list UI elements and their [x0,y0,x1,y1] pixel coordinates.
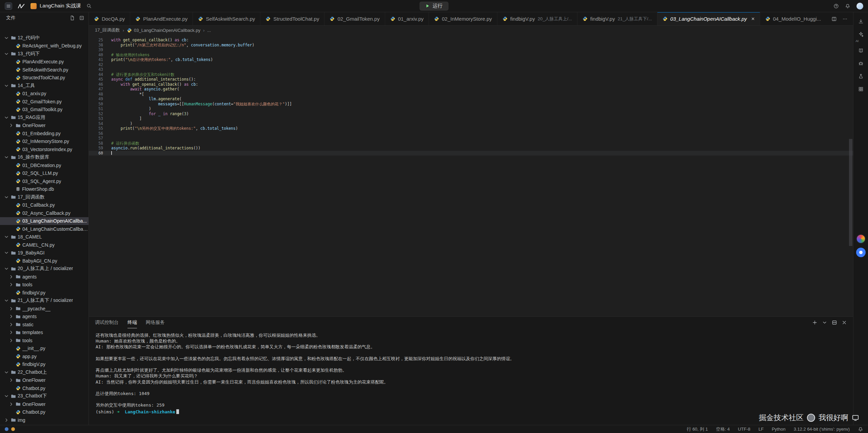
tree-item[interactable]: tools [0,281,88,289]
tree-item[interactable]: 03_SQL_Agent.py [0,177,88,185]
tree-item[interactable]: static [0,321,88,329]
tree-item[interactable]: 01_Embedding.py [0,129,88,138]
code-line[interactable]: 40# 输出使用的tokens [89,53,853,58]
more-icon[interactable] [842,16,848,22]
code-line[interactable]: 57 [89,136,853,141]
chevron-right-icon[interactable] [8,282,14,287]
breadcrumb-item[interactable]: ... [207,28,211,33]
user-avatar[interactable] [856,3,863,9]
tree-item[interactable]: 01_DBCreation.py [0,161,88,169]
bell-icon[interactable] [858,427,863,432]
code-line[interactable]: 53 ] [89,116,853,121]
editor-tab[interactable]: 02_InMemoryStore.py [429,12,497,25]
tree-item[interactable]: 03_LangChainOpenAICallba... [0,217,88,225]
tree-item[interactable]: findbigV.py [0,289,88,297]
status-item[interactable]: 行 60, 列 1 [687,426,708,432]
tree-item[interactable]: 14_工具 [0,82,88,90]
code-line[interactable]: 47 await asyncio.gather( [89,87,853,92]
editor-tab[interactable]: DocQA.py [89,12,130,25]
tree-item[interactable]: 16_操作数据库 [0,153,88,162]
breadcrumb-item[interactable]: 03_LangChainOpenAICallback.py [127,28,200,33]
download-icon[interactable] [856,16,866,26]
code-line[interactable]: 42 [89,62,853,67]
tree-item[interactable]: PlanAndExecute.py [0,58,88,66]
chevron-down-icon[interactable] [3,266,9,271]
tree-item[interactable]: 01_Callback.py [0,201,88,209]
editor-tab[interactable]: 03_LangChainOpenAICallback.py× [657,12,760,25]
code-line[interactable]: 52 for _ in range(3) [89,111,853,117]
code-line[interactable]: 55 print("\n另外的交互中使用的tokens:", cb.total_… [89,126,853,131]
editor-tab[interactable]: 02_GmailToken.py [324,12,385,25]
tree-item[interactable]: agents [0,313,88,321]
assistant-colorful-button[interactable] [856,234,866,244]
code-line[interactable]: 50 messages=[[HumanMessage(content="我姐姐喜… [89,102,853,107]
chevron-right-icon[interactable] [8,338,14,343]
editor-tab[interactable]: 04_ModelIO_Huggi... [760,12,826,25]
chevron-down-icon[interactable] [3,35,9,41]
tree-item[interactable]: 23_Chatbot下 [0,392,88,400]
tree-item[interactable]: 04_LangChainCustomCallback... [0,225,88,233]
chevron-down-icon[interactable] [3,370,9,375]
editor-tab[interactable]: PlanAndExecute.py [130,12,193,25]
chevron-down-icon[interactable] [3,298,9,303]
code-line[interactable]: 39 [89,47,853,53]
tree-item[interactable]: tools [0,336,88,345]
tree-item[interactable]: img [0,416,88,424]
tree-item[interactable]: Chatbot.py [0,384,88,392]
beaker-icon[interactable] [856,71,866,81]
bug-icon[interactable] [856,58,866,68]
tree-item[interactable]: 03_GmailToolkit.py [0,106,88,114]
panel-tab[interactable]: 终端 [127,317,137,328]
tree-item[interactable]: 17_回调函数 [0,193,88,201]
terminal[interactable]: 还有玫瑰也是很经典的选择。红玫瑰热情似火，粉玫瑰温柔甜美，白玫瑰纯洁高雅，你可以… [89,328,853,425]
tree-item[interactable]: 13_代码下 [0,50,88,58]
breadcrumb-item[interactable]: 17_回调函数 [95,27,120,33]
code-line[interactable]: 48 *[ [89,92,853,97]
tree-item[interactable]: OneFlower [0,400,88,408]
code-line[interactable]: 41print("\n总计使用的tokens:", cb.total_token… [89,57,853,62]
tree-item[interactable]: CAMEL_CN.py [0,241,88,249]
chevron-down-icon[interactable] [3,250,9,255]
tree-item[interactable]: OneFlower [0,122,88,130]
app-menu-icon[interactable] [5,2,12,10]
panel-tab[interactable]: 网络服务 [146,317,165,328]
chevron-right-icon[interactable] [8,377,14,383]
tree-item[interactable]: BabyAGI_CN.py [0,257,88,265]
tree-item[interactable]: __pycache__ [0,305,88,313]
chevron-right-icon[interactable] [8,274,14,280]
status-item[interactable]: 空格: 4 [716,426,730,432]
tree-item[interactable]: 03_VectorstoreIndex.py [0,145,88,153]
chevron-down-icon[interactable] [822,320,827,325]
collapse-all-icon[interactable] [79,15,84,21]
tree-item[interactable]: 18_CAMEL [0,233,88,241]
code-line[interactable]: 60 [89,151,853,156]
status-item[interactable]: Python [772,427,785,432]
code-line[interactable]: 38 print("/n第三次对话后的记忆:/n", conversation.… [89,43,853,48]
project-selector[interactable]: LangChain 实战课 [31,3,81,9]
code-line[interactable]: 43 [89,67,853,72]
help-icon[interactable] [833,3,839,9]
tree-item[interactable]: findbigV.py [0,360,88,369]
code-line[interactable]: 25with get_openai_callback() as cb: [89,38,853,43]
chevron-right-icon[interactable] [8,322,14,327]
status-item[interactable]: UTF-8 [738,427,750,432]
code-line[interactable]: 58# 运行异步函数 [89,141,853,146]
chevron-down-icon[interactable] [3,83,9,88]
chevron-right-icon[interactable] [8,314,14,319]
tree-item[interactable]: SelfAskwithSearch.py [0,66,88,74]
chevron-down-icon[interactable] [3,234,9,240]
close-icon[interactable] [842,320,847,325]
run-button[interactable]: 运行 [420,2,449,11]
editor-tab[interactable]: findbigV.py21_人脉工具下/... [577,12,657,25]
tree-item[interactable]: 22_Chatbot上 [0,368,88,376]
chevron-right-icon[interactable] [8,123,14,128]
new-file-icon[interactable] [70,15,75,21]
status-dot-orange[interactable] [11,427,15,431]
breadcrumb[interactable]: 17_回调函数›03_LangChainOpenAICallback.py›..… [89,26,853,35]
close-tab-icon[interactable]: × [751,16,755,22]
code-line[interactable]: 56 [89,131,853,136]
tree-item[interactable]: 19_BabyAGI [0,249,88,257]
search-icon[interactable] [86,3,92,8]
tree-item[interactable]: 15_RAG应用 [0,114,88,122]
tree-item[interactable]: 02_GmailToken.py [0,98,88,106]
